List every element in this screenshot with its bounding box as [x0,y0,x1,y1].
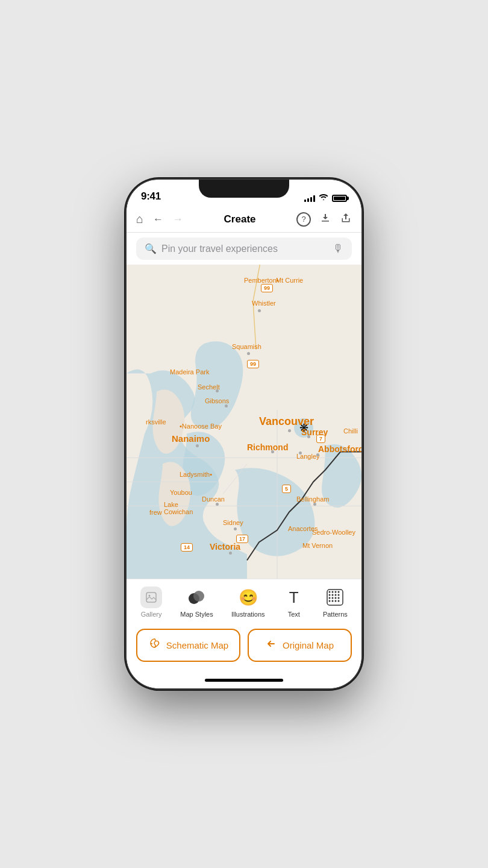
svg-point-14 [329,591,331,593]
patterns-icon [324,587,346,608]
svg-point-20 [335,594,337,596]
text-icon: T [283,587,305,608]
dot-victoria [229,552,232,555]
home-indicator [127,671,361,688]
nav-left: ⌂ ← → [136,212,183,226]
dot-nanaimo [196,444,199,447]
svg-rect-9 [146,593,156,602]
label-madeira: Madeira Park [170,368,209,376]
dot-duncan [216,503,219,506]
search-icon: 🔍 [145,243,157,254]
svg-point-27 [332,600,334,602]
toolbar: Gallery Map Styles 😊 Illustrations [127,579,361,623]
label-mtvernon: Mt Vernon [302,542,333,549]
toolbar-gallery[interactable]: Gallery [136,584,167,620]
patterns-label: Patterns [323,611,348,618]
label-pemberton: Pemberton• [244,277,279,284]
label-ladysmith: Ladysmith• [180,471,212,478]
home-icon[interactable]: ⌂ [136,212,143,226]
label-bellingham: Bellingham [296,495,329,503]
label-nanoose: •Nanoose Bay [180,423,222,430]
mapstyles-icon [186,587,207,608]
svg-point-18 [329,594,331,596]
svg-point-19 [332,594,334,596]
label-richmond: Richmond [247,442,288,452]
original-icon [266,638,278,653]
dot-squamish [247,352,250,355]
schematic-label: Schematic Map [166,640,228,650]
status-time: 9:41 [141,190,161,203]
dot-langley [299,451,302,454]
dot-whistler [258,309,261,312]
label-whistler: Whistler [252,300,276,307]
badge-99-lower: 99 [247,360,259,368]
toolbar-illustrations[interactable]: 😊 Illustrations [227,584,270,620]
dot-sechelt [216,389,219,392]
svg-point-24 [335,597,337,599]
badge-14: 14 [181,543,193,552]
label-youbou: Youbou [170,489,192,496]
schematic-map-button[interactable]: Schematic Map [136,629,240,662]
download-icon[interactable] [319,212,331,227]
phone-frame: 9:41 ⌂ ← [127,180,361,688]
label-victoria: Victoria [210,542,240,552]
toolbar-mapstyles[interactable]: Map Styles [175,584,217,620]
gallery-icon [140,587,162,608]
search-input[interactable]: Pin your travel experiences [161,244,328,254]
svg-point-23 [332,597,334,599]
label-vancouver: Vancouver [259,415,314,428]
battery-icon [332,195,347,202]
badge-7: 7 [316,435,325,443]
label-rksville: rksville [146,418,166,426]
notch [199,180,289,198]
toolbar-patterns[interactable]: Patterns [318,584,352,620]
label-gibsons: Gibsons [205,397,229,404]
illustrations-label: Illustrations [231,611,265,618]
svg-point-10 [149,595,151,597]
dot-abbotsford [316,453,319,456]
label-nanaimo: Nanaimo [172,433,210,444]
label-sedro: Sedro-Woolley [312,529,355,536]
dot-surrey [307,435,310,438]
dot-gibsons [225,404,228,407]
schematic-icon [148,637,161,653]
dot-sidney [234,527,237,530]
badge-5: 5 [282,485,291,493]
svg-point-22 [329,597,331,599]
svg-point-12 [193,591,204,602]
back-icon[interactable]: ← [153,213,163,225]
svg-point-21 [338,594,340,596]
svg-point-26 [329,600,331,602]
dot-richmond [271,450,274,453]
nav-bar: ⌂ ← → Create ? [127,206,361,233]
svg-point-15 [332,591,334,593]
svg-point-28 [335,600,337,602]
map-area[interactable]: Pemberton• Mt Currie 99 Whistler 99 Squa… [127,265,361,579]
wifi-icon [319,193,328,203]
status-icons [304,193,347,203]
original-label: Original Map [283,640,334,650]
mapstyles-label: Map Styles [180,611,213,618]
share-icon[interactable] [340,212,352,227]
phone-screen: 9:41 ⌂ ← [127,180,361,688]
mic-icon[interactable]: 🎙 [333,242,343,255]
original-map-button[interactable]: Original Map [248,629,352,662]
dot-bellingham [313,503,316,506]
svg-point-29 [338,600,340,602]
action-buttons: Schematic Map Original Map [127,623,361,671]
label-frew: frew [149,509,162,516]
label-lakecowichan: LakeCowichan [164,501,193,515]
label-duncan: Duncan [202,495,225,503]
label-squamish: Squamish [232,343,261,350]
label-sidney: Sidney [223,519,243,526]
toolbar-text[interactable]: T Text [278,584,310,620]
badge-99-upper: 99 [261,284,273,292]
signal-icon [304,195,315,202]
label-mtcurrie: Mt Currie [276,277,303,284]
forward-icon[interactable]: → [173,213,183,225]
search-bar[interactable]: 🔍 Pin your travel experiences 🎙 [136,237,352,260]
home-bar [205,679,283,682]
toolbar-items: Gallery Map Styles 😊 Illustrations [127,584,361,620]
help-icon[interactable]: ? [296,212,311,227]
svg-point-25 [338,597,340,599]
